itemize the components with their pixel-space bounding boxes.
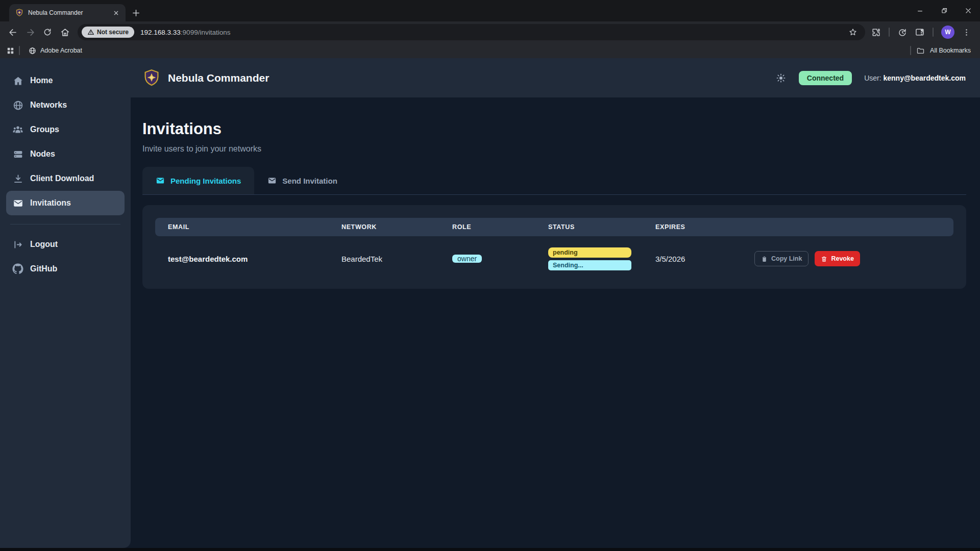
new-tab-button[interactable] [130,7,142,19]
copy-link-label: Copy Link [771,255,802,262]
bookmarks-separator [910,46,911,55]
side-panel-icon[interactable] [915,27,925,37]
bookmark-star-icon[interactable] [846,25,860,39]
shield-favicon-icon [15,9,23,17]
trash-icon [821,256,827,262]
not-secure-chip[interactable]: Not secure [82,27,134,38]
column-header-network: NETWORK [341,223,452,231]
history-icon[interactable] [897,28,907,37]
column-header-email: EMAIL [168,223,341,231]
column-header-expires: EXPIRES [655,223,754,231]
main-content: Invitations Invite users to join your ne… [131,97,980,548]
copy-link-button[interactable]: Copy Link [754,251,808,266]
sidebar-item-label: Invitations [30,198,71,208]
back-icon[interactable] [4,23,21,41]
warning-triangle-icon [87,29,94,36]
forward-icon[interactable] [21,23,39,41]
invitations-table-card: EMAIL NETWORK ROLE STATUS EXPIRES test@b… [142,205,966,289]
sun-icon[interactable] [775,72,787,84]
globe-icon [12,99,23,111]
close-button-icon[interactable] [956,0,980,21]
security-label: Not secure [97,29,129,36]
sidebar-item-nodes[interactable]: Nodes [6,142,125,166]
sidebar-item-label: Client Download [30,174,94,183]
github-icon [12,263,23,274]
envelope-icon [156,176,165,185]
toolbar-separator [933,28,934,37]
sidebar-item-label: Nodes [30,149,55,159]
tab-send-invitation[interactable]: Send Invitation [254,167,351,194]
tab-label: Send Invitation [282,177,337,185]
status-cell: pending Sending... [548,247,655,270]
all-bookmarks[interactable]: All Bookmarks [910,46,974,55]
browser-tab[interactable]: Nebula Commander [9,4,126,21]
home-nav-icon[interactable] [56,23,74,41]
connection-status-badge: Connected [799,71,852,85]
table-header-row: EMAIL NETWORK ROLE STATUS EXPIRES [155,218,953,236]
tab-label: Pending Invitations [170,177,241,185]
column-header-role: ROLE [452,223,548,231]
browser-toolbar: Not secure 192.168.3.33:9099/invitations… [0,21,980,43]
profile-avatar[interactable]: W [941,26,954,39]
bookmark-item-adobe-acrobat[interactable]: Adobe Acrobat [24,47,87,55]
sidebar-item-groups[interactable]: Groups [6,117,125,142]
envelope-icon [12,197,23,209]
home-icon [12,75,23,86]
folder-icon [916,46,925,55]
download-icon [12,173,23,184]
window-bottom-edge [0,548,980,551]
user-label: User: [864,74,881,82]
url-host: 192.168.3.33 [140,29,181,36]
all-bookmarks-label: All Bookmarks [930,47,971,54]
role-cell: owner [452,252,548,266]
browser-titlebar: Nebula Commander [0,0,980,21]
revoke-label: Revoke [831,255,853,262]
table-row: test@beardedtek.com BeardedTek owner pen… [155,241,953,276]
url-text[interactable]: 192.168.3.33:9099/invitations [140,29,840,36]
sidebar-item-logout[interactable]: Logout [6,232,125,257]
extensions-icon[interactable] [871,28,881,37]
sidebar-item-label: Groups [30,125,59,134]
toolbar-right-icons: W [869,26,976,39]
menu-kebab-icon[interactable] [962,28,971,37]
envelope-icon [267,176,277,185]
tab-title: Nebula Commander [28,9,107,16]
users-icon [12,124,23,135]
toolbar-separator [889,28,890,37]
bookmarks-bar: Adobe Acrobat All Bookmarks [0,43,980,58]
user-email: kenny@beardedtek.com [884,74,966,82]
invitation-email: test@beardedtek.com [168,255,341,263]
header-right: Connected User: kenny@beardedtek.com [775,71,966,85]
apps-grid-icon[interactable] [6,46,15,55]
minimize-button-icon[interactable] [908,0,932,21]
sidebar-divider [10,224,120,224]
invitation-expires: 3/5/2026 [655,255,754,263]
column-header-status: STATUS [548,223,655,231]
sidebar-item-client-download[interactable]: Client Download [6,166,125,191]
address-bar[interactable]: Not secure 192.168.3.33:9099/invitations [78,24,865,40]
app-title: Nebula Commander [168,72,269,84]
web-page: Home Networks Groups Nodes [0,58,980,548]
reload-icon[interactable] [39,23,56,41]
restore-button-icon[interactable] [932,0,956,21]
sidebar-item-invitations[interactable]: Invitations [6,191,125,215]
invitation-network: BeardedTek [341,255,452,263]
sidebar-item-label: Home [30,76,53,85]
sidebar-item-networks[interactable]: Networks [6,93,125,117]
server-icon [12,148,23,160]
app-header: Nebula Commander Connected User: kenny@b… [131,58,980,97]
logout-icon [12,239,23,250]
role-select[interactable]: owner [452,255,482,263]
tab-close-icon[interactable] [111,8,120,17]
sidebar-item-label: GitHub [30,264,57,273]
bookmark-label: Adobe Acrobat [40,47,82,54]
globe-favicon-icon [29,47,36,55]
page-title: Invitations [142,120,966,138]
sidebar-item-home[interactable]: Home [6,68,125,93]
status-badge-pending: pending [548,247,631,258]
revoke-button[interactable]: Revoke [815,251,860,266]
sidebar-item-github[interactable]: GitHub [6,257,125,281]
browser-window: Nebula Commander [0,0,980,551]
status-badge-sending: Sending... [548,260,631,270]
tab-pending-invitations[interactable]: Pending Invitations [142,167,254,194]
